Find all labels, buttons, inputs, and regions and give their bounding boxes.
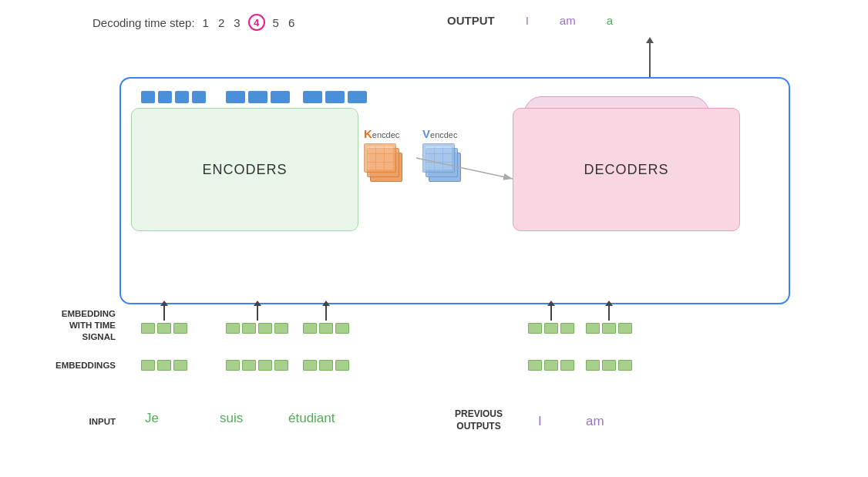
input-word-je: Je <box>145 411 159 426</box>
step-5: 5 <box>273 16 279 29</box>
arrow-5 <box>608 305 610 321</box>
decoding-label: Decoding time step: <box>93 16 195 29</box>
decoders-label: DECODERS <box>584 162 668 178</box>
output-token-I: I <box>526 14 529 27</box>
embed-group-enc-3 <box>303 360 349 371</box>
step-2: 2 <box>218 16 224 29</box>
input-word-etudiant: étudiant <box>288 411 335 426</box>
embeddings-label: EMBEDDINGS <box>8 360 116 371</box>
arrow-output-up <box>649 42 651 79</box>
embedding-time-label: EMBEDDINGWITH TIMESIGNAL <box>8 308 116 343</box>
input-label: INPUT <box>8 416 116 428</box>
encoders-label: ENCODERS <box>202 162 287 178</box>
embed-group-enc-1 <box>141 360 187 371</box>
decoding-time-step-bar: Decoding time step: 1 2 3 4 5 6 <box>93 14 296 31</box>
embed-time-group-5 <box>586 305 632 334</box>
blue-blocks-encoder-3 <box>303 91 367 103</box>
arrow-3 <box>325 305 327 321</box>
embed-time-group-4 <box>528 305 574 334</box>
decoders-box: DECODERS <box>513 108 740 231</box>
kv-to-decoders-arrow <box>370 123 524 185</box>
blue-blocks-encoder-1 <box>141 91 206 103</box>
step-1: 1 <box>203 16 209 29</box>
svg-line-1 <box>416 158 513 179</box>
arrow-4 <box>550 305 552 321</box>
embed-time-group-3 <box>303 305 349 334</box>
embed-group-enc-2 <box>226 360 288 371</box>
output-token-am: am <box>560 14 576 27</box>
embed-group-dec-2 <box>586 360 632 371</box>
previous-outputs-label: PREVIOUSOUTPUTS <box>455 408 503 432</box>
input-word-suis: suis <box>220 411 243 426</box>
encoders-box: ENCODERS <box>131 108 358 231</box>
output-label: OUTPUT <box>447 14 495 27</box>
embed-time-group-2 <box>226 305 288 334</box>
step-3: 3 <box>234 16 240 29</box>
prev-output-I: I <box>538 414 542 429</box>
embed-time-group-1 <box>141 305 187 334</box>
embed-group-dec-1 <box>528 360 574 371</box>
prev-output-am: am <box>586 414 604 429</box>
blue-blocks-encoder-2 <box>226 91 290 103</box>
arrow-1 <box>163 305 165 321</box>
step-4-active: 4 <box>248 14 265 31</box>
output-header: OUTPUT I am a <box>447 14 613 27</box>
step-6: 6 <box>288 16 294 29</box>
arrow-2 <box>257 305 258 321</box>
output-token-a: a <box>607 14 613 27</box>
